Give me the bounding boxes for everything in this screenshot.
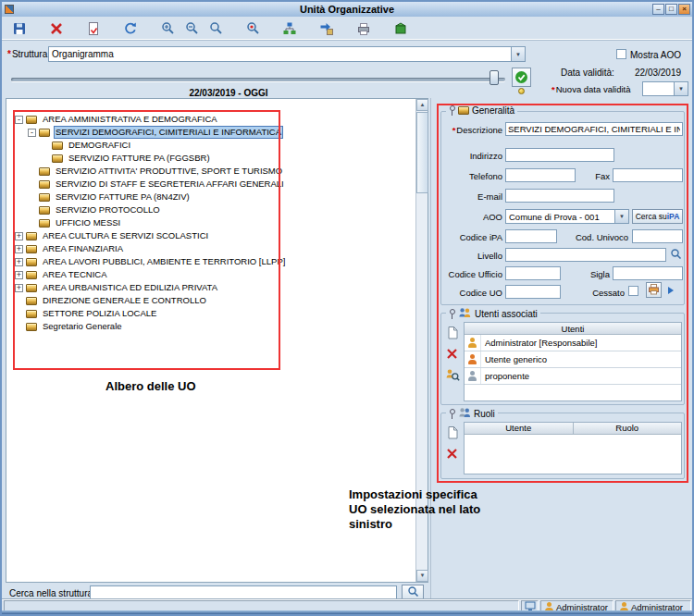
scrollbar-thumb[interactable]	[416, 112, 428, 193]
tree-row[interactable]: SERVIZIO ATTIVITA' PRODUTTIVE, SPORT E T…	[13, 165, 411, 178]
tree-row[interactable]: AREA LAVORI PUBBLICI, AMBIENTE E TERRITO…	[13, 255, 411, 268]
email-input[interactable]	[505, 189, 614, 203]
utente-row[interactable]: proponente	[465, 368, 681, 385]
codice-ufficio-input[interactable]	[505, 266, 561, 280]
mostra-aoo-label: Mostra AOO	[630, 50, 681, 60]
tree-row[interactable]: SETTORE POLIZIA LOCALE	[13, 307, 411, 320]
codice-ipa-input[interactable]	[505, 229, 557, 243]
tree-row[interactable]: DIREZIONE GENERALE E CONTROLLO	[13, 294, 411, 307]
codice-uo-input[interactable]	[505, 285, 561, 299]
expand-toggle-icon[interactable]	[15, 232, 23, 240]
scroll-up-icon[interactable]	[416, 99, 428, 111]
find-user-icon[interactable]	[444, 367, 460, 383]
package-icon[interactable]	[389, 18, 413, 39]
maximize-button-icon[interactable]	[665, 4, 677, 15]
expand-toggle-icon[interactable]	[15, 271, 23, 279]
tree-row[interactable]: SERVIZIO FATTURE PA (FGGSBR)	[13, 152, 411, 165]
nuova-data-combobox[interactable]	[642, 81, 688, 96]
utente-name: proponente	[481, 371, 529, 381]
zoom-out-icon[interactable]	[180, 18, 204, 39]
telefono-input[interactable]	[505, 168, 576, 182]
indirizzo-input[interactable]	[505, 148, 614, 162]
chevron-down-icon[interactable]	[674, 82, 688, 95]
aoo-combobox[interactable]: Comune di Prova - 001	[505, 209, 629, 224]
tree-item-label: AREA LAVORI PUBBLICI, AMBIENTE E TERRITO…	[41, 256, 287, 267]
cessato-checkbox[interactable]	[628, 286, 638, 296]
panel-annotation-label: Impostazioni specifica UO selezionata ne…	[349, 487, 480, 532]
data-validita-value: 22/03/2019	[635, 68, 681, 78]
remove-user-icon[interactable]	[444, 346, 460, 362]
cerca-ipa-button[interactable]: Cerca su iPA	[632, 209, 683, 224]
tree-row[interactable]: SERVIZI DEMOGRAFICI, CIMITERIALI E INFOR…	[13, 126, 411, 139]
uo-folder-icon	[52, 154, 63, 163]
search-input[interactable]	[90, 585, 397, 599]
cod-univoco-input[interactable]	[632, 229, 683, 243]
refresh-icon[interactable]	[118, 18, 143, 39]
tree-row[interactable]: AREA FINANZIARIA	[13, 242, 411, 255]
tree-row[interactable]: DEMOGRAFICI	[13, 139, 411, 152]
livello-input[interactable]	[505, 248, 666, 262]
expand-toggle-icon[interactable]	[15, 245, 23, 253]
pin-icon[interactable]	[449, 309, 455, 319]
expand-arrow-icon[interactable]	[668, 287, 674, 294]
fax-input[interactable]	[613, 168, 683, 182]
date-slider-track[interactable]	[11, 78, 505, 81]
livello-search-button[interactable]	[668, 247, 684, 263]
tree-item-label: UFFICIO MESSI	[54, 217, 122, 228]
tree-row[interactable]: SERVIZIO DI STAFF E SEGRETERIA AFFARI GE…	[13, 178, 411, 191]
generalita-group-title: Generalità	[446, 105, 517, 116]
new-role-icon[interactable]	[444, 425, 460, 440]
expand-toggle-icon[interactable]	[15, 284, 23, 292]
tree-item-label: SERVIZIO ATTIVITA' PRODUTTIVE, SPORT E T…	[54, 166, 284, 177]
search-node-icon[interactable]	[241, 18, 265, 39]
expand-toggle-icon[interactable]	[15, 258, 23, 266]
tree-item-label: SERVIZIO PROTOCOLLO	[54, 204, 162, 216]
tree-item-label-selected: SERVIZI DEMOGRAFICI, CIMITERIALI E INFOR…	[54, 126, 283, 139]
ruoli-col-utente[interactable]: Utente	[465, 423, 574, 434]
zoom-in-icon[interactable]	[155, 18, 180, 39]
tree-row[interactable]: AREA AMMINISTRATIVA E DEMOGRAFICA	[13, 113, 411, 126]
org-tree-icon[interactable]	[278, 18, 302, 39]
ruoli-col-ruolo[interactable]: Ruolo	[574, 423, 682, 434]
zoom-icon[interactable]	[204, 18, 228, 39]
pin-icon[interactable]	[449, 409, 455, 419]
delete-icon[interactable]	[44, 18, 68, 39]
validate-doc-icon[interactable]	[81, 18, 105, 39]
tree-row[interactable]: SERVIZIO PROTOCOLLO	[13, 203, 411, 216]
close-button-icon[interactable]	[678, 4, 690, 15]
user-icon	[468, 338, 477, 348]
user-icon	[468, 354, 477, 364]
scroll-down-icon[interactable]	[416, 570, 428, 582]
chevron-down-icon[interactable]	[511, 47, 525, 61]
tree-item-label: SETTORE POLIZIA LOCALE	[41, 308, 158, 319]
save-icon[interactable]	[7, 18, 31, 39]
date-slider-thumb[interactable]	[490, 70, 499, 85]
collapse-toggle-icon[interactable]	[15, 116, 23, 124]
users-icon	[458, 307, 472, 320]
utente-row[interactable]: Administrator [Responsabile]	[465, 335, 681, 351]
struttura-combobox[interactable]: Organigramma	[48, 46, 526, 62]
minimize-button-icon[interactable]	[652, 4, 664, 15]
pin-icon[interactable]	[449, 105, 455, 116]
print-icon[interactable]	[352, 18, 376, 39]
import-icon[interactable]	[315, 18, 339, 39]
required-marker: *	[7, 49, 11, 59]
chevron-down-icon[interactable]	[614, 210, 628, 223]
utente-row[interactable]: Utente generico	[465, 351, 681, 368]
tree-row[interactable]: SERVIZIO FATTURE PA (8N4ZIV)	[13, 191, 411, 203]
new-user-icon[interactable]	[444, 325, 460, 340]
tree-row[interactable]: AREA URBANISTICA ED EDILIZIA PRIVATA	[13, 281, 411, 294]
descrizione-input[interactable]	[505, 122, 683, 136]
confirm-date-button[interactable]	[512, 68, 531, 87]
mostra-aoo-checkbox[interactable]	[616, 49, 626, 59]
aoo-value: Comune di Prova - 001	[506, 212, 614, 222]
remove-role-icon[interactable]	[444, 446, 460, 462]
tree-row[interactable]: AREA TECNICA	[13, 268, 411, 281]
sigla-input[interactable]	[613, 266, 683, 280]
print-uo-button[interactable]	[646, 282, 662, 298]
tree-row[interactable]: AREA CULTURA E SERVIZI SCOLASTICI	[13, 229, 411, 242]
tree-row[interactable]: Segretario Generale	[13, 320, 411, 333]
collapse-toggle-icon[interactable]	[28, 129, 36, 137]
tree-item-label: SERVIZIO FATTURE PA (8N4ZIV)	[54, 191, 192, 203]
tree-row[interactable]: UFFICIO MESSI	[13, 216, 411, 229]
